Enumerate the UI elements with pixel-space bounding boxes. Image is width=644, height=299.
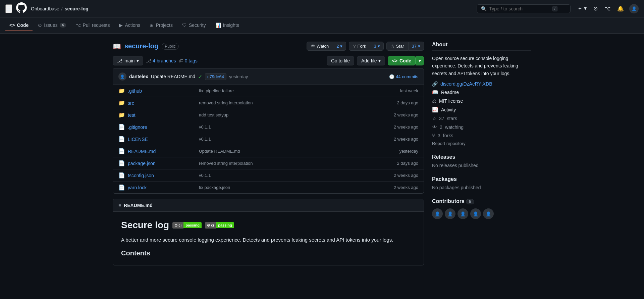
- star-icon: ☆: [391, 44, 395, 49]
- activity-link[interactable]: Activity: [441, 107, 456, 112]
- search-icon: 🔍: [481, 6, 487, 11]
- top-nav: ☰ Onboardbase / secure-log 🔍 / ＋ ▾ ⊙ ⌥ 🔔…: [0, 0, 644, 17]
- no-packages-text: No packages published: [432, 185, 531, 190]
- file-name[interactable]: LICENSE: [128, 137, 195, 142]
- file-time: 2 weeks ago: [378, 112, 418, 117]
- fork-count-button[interactable]: 3 ▾: [370, 42, 383, 51]
- commit-hash[interactable]: c79de64: [205, 73, 226, 80]
- notifications-icon[interactable]: 🔔: [616, 4, 625, 13]
- watching-meta: 👁 2 watching: [432, 124, 531, 130]
- table-row: 📄.gitignorev0.1.12 weeks ago: [113, 121, 424, 133]
- tab-issues[interactable]: ⊙ Issues 4: [34, 20, 70, 31]
- commit-history-link[interactable]: 🕐 44 commits: [389, 74, 418, 79]
- add-file-button[interactable]: Add file ▾: [357, 56, 385, 65]
- badge1-icon: ⊙ ci: [172, 222, 183, 229]
- file-name[interactable]: package.json: [128, 161, 195, 166]
- tab-security[interactable]: 🛡 Security: [178, 20, 210, 31]
- about-description: Open source secure console logging exper…: [432, 55, 531, 77]
- contributor-5[interactable]: 👤: [483, 208, 494, 219]
- file-name[interactable]: README.md: [128, 149, 195, 154]
- contributor-1[interactable]: 👤: [432, 208, 443, 219]
- watching-label: watching: [445, 124, 464, 130]
- file-commit-msg: removed string interpolation: [199, 100, 374, 105]
- watch-button[interactable]: 👁 Watch: [307, 42, 333, 51]
- contributor-4[interactable]: 👤: [470, 208, 481, 219]
- table-row: 📄yarn.lockfix package.json2 weeks ago: [113, 182, 424, 193]
- discord-link-text: discord.gg/DzAeRYtXDB: [440, 81, 492, 87]
- file-time: 2 weeks ago: [378, 185, 418, 190]
- table-row: 📁testadd test setyup2 weeks ago: [113, 109, 424, 121]
- code-button[interactable]: <> Code: [388, 56, 416, 65]
- add-file-group: Add file ▾: [357, 56, 385, 65]
- search-input[interactable]: [489, 6, 550, 11]
- contributors-title-text: Contributors: [432, 198, 465, 204]
- user-avatar[interactable]: 👤: [629, 4, 639, 13]
- branches-count: 4: [153, 58, 155, 63]
- plus-icon[interactable]: ＋ ▾: [576, 4, 588, 13]
- branch-info: ⎇ 4 branches: [146, 58, 176, 63]
- readme-link[interactable]: Readme: [441, 90, 459, 95]
- breadcrumb-org[interactable]: Onboardbase: [31, 6, 59, 11]
- go-to-file-button[interactable]: Go to file: [327, 56, 354, 65]
- search-shortcut: /: [552, 6, 557, 11]
- star-count-button[interactable]: 37 ▾: [409, 42, 424, 51]
- file-commit-msg: Update README.md: [199, 149, 374, 154]
- badge1-status: passing: [183, 222, 202, 228]
- commit-author[interactable]: dantelex: [129, 74, 148, 79]
- code-icon: <>: [9, 22, 15, 28]
- tags-count-link[interactable]: 0 tags: [185, 58, 198, 63]
- issue-nav-icon[interactable]: ⊙: [592, 4, 599, 13]
- fork-meta-icon: ⑂: [432, 133, 435, 138]
- tab-pull-requests[interactable]: ⌥ Pull requests: [71, 20, 114, 31]
- watch-count-button[interactable]: 2 ▾: [333, 42, 346, 51]
- hamburger-icon[interactable]: ☰: [5, 4, 12, 13]
- packages-title: Packages: [432, 176, 531, 182]
- search-bar[interactable]: 🔍 /: [477, 4, 571, 13]
- code-btn-group: <> Code ▾: [388, 56, 424, 65]
- table-row: 📄tsconfig.jsonv0.1.12 weeks ago: [113, 169, 424, 182]
- file-name[interactable]: tsconfig.json: [128, 173, 195, 178]
- folder-icon: 📁: [118, 112, 124, 118]
- table-row: 📄package.jsonremoved string interpolatio…: [113, 157, 424, 169]
- branch-icon-2: ⎇: [146, 58, 151, 63]
- license-link[interactable]: MIT license: [439, 98, 463, 104]
- issue-icon: ⊙: [38, 22, 42, 28]
- list-icon: ≡: [118, 203, 121, 208]
- branches-count-link[interactable]: 4 branches: [153, 58, 176, 63]
- report-repository-link[interactable]: Report repository: [432, 141, 531, 146]
- repo-title[interactable]: secure-log: [124, 42, 158, 50]
- fork-button[interactable]: ⑂ Fork: [349, 42, 370, 51]
- tab-projects[interactable]: ⊞ Projects: [146, 20, 177, 31]
- releases-section: Releases No releases published: [432, 154, 531, 168]
- discord-link[interactable]: 🔗 discord.gg/DzAeRYtXDB: [432, 81, 531, 87]
- file-name[interactable]: yarn.lock: [128, 185, 195, 190]
- star-button[interactable]: ☆ Star: [386, 42, 409, 51]
- breadcrumb: Onboardbase / secure-log: [31, 6, 89, 11]
- nav-right: ＋ ▾ ⊙ ⌥ 🔔 👤: [576, 4, 639, 13]
- stars-label: stars: [447, 116, 457, 121]
- file-icon: 📄: [118, 184, 124, 191]
- tab-code[interactable]: <> Code: [5, 20, 33, 31]
- code-dropdown-button[interactable]: ▾: [416, 56, 424, 65]
- branch-selector[interactable]: ⎇ main ▾: [113, 56, 143, 65]
- contributors-section: Contributors 5 👤 👤 👤 👤 👤: [432, 198, 531, 219]
- contributor-3[interactable]: 👤: [458, 208, 468, 219]
- tab-actions[interactable]: ▶ Actions: [115, 20, 144, 31]
- file-time: 2 days ago: [378, 161, 418, 166]
- commit-message: Update README.md: [151, 74, 195, 79]
- tab-actions-label: Actions: [125, 22, 140, 28]
- watch-label: Watch: [317, 44, 329, 49]
- visibility-badge: Public: [162, 43, 179, 50]
- file-name[interactable]: .gitignore: [128, 124, 195, 130]
- pr-nav-icon[interactable]: ⌥: [603, 4, 612, 13]
- tab-insights[interactable]: 📊 Insights: [211, 20, 243, 31]
- readme-description: A better and more secure console logging…: [121, 236, 416, 244]
- history-label: commits: [402, 74, 418, 79]
- contributor-2[interactable]: 👤: [445, 208, 455, 219]
- breadcrumb-repo: secure-log: [65, 6, 89, 11]
- file-name[interactable]: test: [128, 112, 195, 118]
- file-name[interactable]: src: [128, 100, 195, 106]
- commit-status: ✓: [198, 73, 202, 80]
- file-name[interactable]: .github: [128, 88, 195, 94]
- readme-section: ≡ README.md Secure log ⊙ ci passing ⊙ ci…: [113, 199, 424, 265]
